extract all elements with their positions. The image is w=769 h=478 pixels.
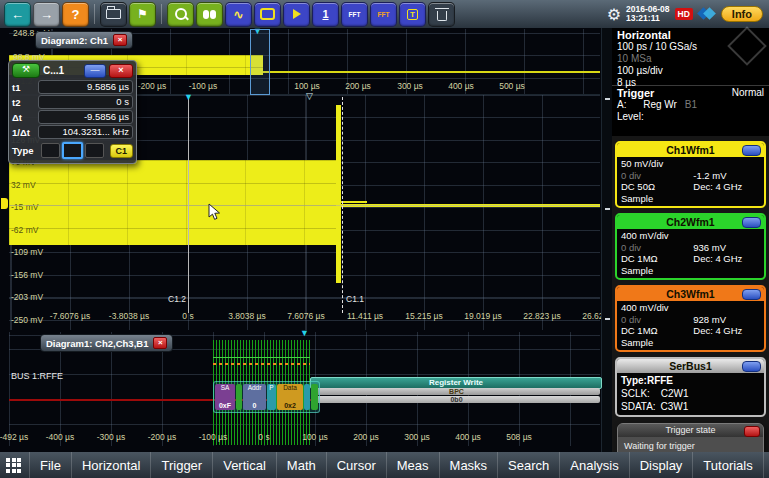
signal-box-ch2wfm1[interactable]: Ch2Wfm1 400 mV/div 0 div936 mV DC 1MΩDec… [615,213,766,280]
settings-gear-icon[interactable]: ⚙ [607,5,621,24]
search-icon [203,10,209,19]
cursor-type-vertical-button[interactable] [62,142,83,159]
close-icon[interactable]: × [113,34,127,46]
menu-display[interactable]: Display [629,452,693,478]
minimize-icon[interactable]: — [84,64,106,78]
help-button[interactable]: ? [62,2,89,27]
menu-masks-label: Masks [450,458,488,473]
trigger-a-row: A: Reg Wr B1 [617,99,764,111]
report-flag-icon: ⚑ [137,7,148,21]
fft-gated-button[interactable]: FFT [370,2,397,27]
zoom-area-button[interactable] [283,2,310,27]
menu-masks[interactable]: Masks [439,452,498,478]
undo-button[interactable]: ← [4,2,31,27]
menu-vertical-label: Vertical [223,458,266,473]
annotation-button[interactable]: 1 [312,2,339,27]
inv-dt-value[interactable]: 104.3231... kHz [38,125,133,139]
cursor-source-button[interactable]: C1 [110,144,134,158]
menu-tutorials-label: Tutorials [703,458,752,473]
bus-frame-cells[interactable]: SA 0xF Addr 0 P Data 0x2 [213,381,320,413]
trigger-a-type: Reg Wr [643,99,677,110]
menu-tutorials[interactable]: Tutorials [692,452,763,478]
serbus-type: Type:RFFE [621,374,760,387]
mask-test-button[interactable] [254,2,281,27]
help-icon: ? [72,7,80,22]
ch1-position-marker[interactable] [1,198,8,209]
trigger-marker-icon[interactable]: ▼ [300,329,309,338]
cursor-c1-2-line[interactable] [188,97,189,313]
horizontal-panel[interactable]: Horizontal 100 ps / 10 GSa/s 10 MSa 100 … [612,28,769,85]
menu-meas[interactable]: Meas [386,452,439,478]
signal-box-ch3wfm1[interactable]: Ch3Wfm1 400 mV/div 0 div928 mV DC 1MΩDec… [615,285,766,352]
setup-wrench-icon[interactable]: ⚒ [12,63,40,78]
cell-label: SA [215,384,235,391]
open-file-button[interactable] [100,2,127,27]
hd-badge: HD [675,8,693,20]
signal-box-ch1wfm1[interactable]: Ch1Wfm1 50 mV/div 0 div-1.2 mV DC 50ΩDec… [615,141,766,208]
fft-icon: FFT [349,11,361,18]
redo-button[interactable]: → [33,2,60,27]
delete-button[interactable] [428,2,455,27]
bus-frame-value-bar[interactable]: 0b0 [313,396,600,403]
cursor-type-both-button[interactable] [85,143,104,158]
minimize-icon[interactable] [742,145,761,156]
overview-x-label: -100 µs [189,82,218,91]
bus-cell-cmd [236,384,242,410]
menu-analysis[interactable]: Analysis [559,452,628,478]
waveform-button[interactable]: ∿ [225,2,252,27]
minimize-icon[interactable] [742,217,761,228]
menu-file[interactable]: File [29,452,71,478]
search-button[interactable] [196,2,223,27]
minimize-icon[interactable] [742,289,761,300]
menu-vertical[interactable]: Vertical [212,452,276,478]
trigger-panel[interactable]: Trigger Normal A: Reg Wr B1 Level: [612,85,769,136]
menu-cursor[interactable]: Cursor [326,452,386,478]
ch2-position: 0 div [621,242,693,254]
menu-search[interactable]: Search [497,452,559,478]
ch3-scale: 400 mV/div [621,302,760,314]
bus-frame-bpc-bar[interactable]: BPC [313,388,600,395]
t1-value[interactable]: 9.5856 µs [38,80,133,94]
fft-button[interactable]: FFT [341,2,368,27]
tab-diagram2[interactable]: Diagram2: Ch1 × [35,31,133,49]
tab-diagram2-label: Diagram2: Ch1 [41,35,108,46]
trigger-position-marker-icon[interactable]: ▽ [306,92,313,101]
menu-search-label: Search [508,458,549,473]
apps-grid-icon[interactable] [6,458,21,473]
cursor-c1-1-line[interactable] [342,97,343,313]
serbus-sdata-row: SDATA: C3W1 [621,400,760,413]
cursor-window-header[interactable]: ⚒ C...1 — × [12,63,133,78]
cursor-c1-2-marker-icon[interactable]: ▼ [184,93,193,102]
overview-x-label: 300 µs [397,82,423,91]
type-label: Type [12,145,41,156]
close-icon[interactable]: × [153,337,167,349]
menu-math[interactable]: Math [276,452,326,478]
bus-cell-addr: Addr 0 [243,384,266,410]
x-axis-label: 7.6076 µs [287,312,325,321]
menu-horizontal[interactable]: Horizontal [71,452,151,478]
cell-value: 0 [243,402,266,410]
menu-trigger[interactable]: Trigger [150,452,212,478]
history-button[interactable]: T [399,2,426,27]
t2-value[interactable]: 0 s [38,95,133,109]
minimize-icon[interactable] [742,361,761,372]
menu-meas-label: Meas [397,458,429,473]
signal-box-serbus1[interactable]: SerBus1 Type:RFFE SCLK: C2W1 SDATA: C3W1 [615,357,766,417]
x-axis-label: 200 µs [353,433,379,442]
report-button[interactable]: ⚑ [129,2,156,27]
close-icon[interactable]: × [109,64,133,78]
cursor-row-t2: t2 0 s [12,95,133,109]
close-icon[interactable] [744,426,760,437]
redo-icon: → [40,7,53,22]
dt-label: Δt [12,112,38,123]
zoom-area-icon [293,9,301,19]
trigger-state-header[interactable]: Trigger state [618,424,763,437]
overview-x-label: 200 µs [345,82,371,91]
dt-value[interactable]: -9.5856 µs [38,110,133,124]
cursor-type-horizontal-button[interactable] [41,143,60,158]
zoom-region-box[interactable] [250,29,270,95]
x-axis-label: 11.411 µs [347,312,383,321]
zoom-button[interactable] [167,2,194,27]
info-button[interactable]: Info [721,6,763,22]
tab-diagram1[interactable]: Diagram1: Ch2,Ch3,B1 × [40,334,173,352]
